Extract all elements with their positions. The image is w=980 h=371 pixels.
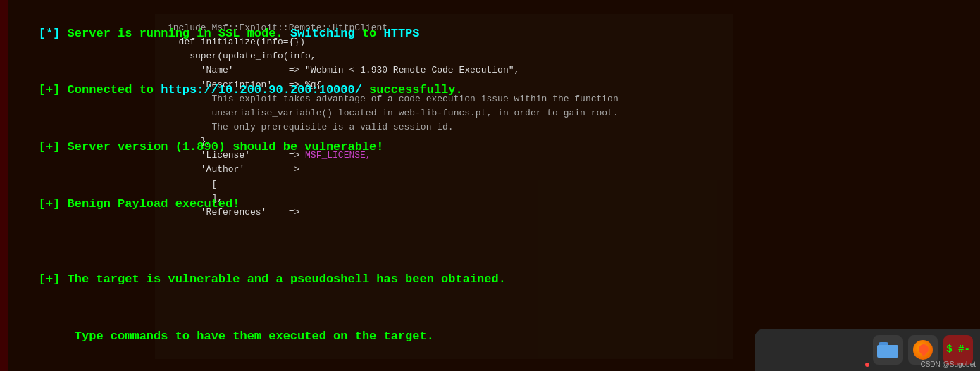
terminal-line-6: [+] The target is vulnerable and a pseud… (10, 251, 970, 308)
line1-switch: Switching (290, 27, 355, 40)
line6-text: The target is vulnerable and a pseudoshe… (60, 272, 506, 286)
notification-dot (865, 363, 869, 367)
csdn-watermark: CSDN @Sugobet (920, 360, 976, 368)
terminal-line-4: [+] Benign Payload executed! (10, 176, 970, 233)
terminal-line-3: [+] Server version (1.890) should be vul… (10, 119, 970, 176)
terminal-output: [*] Server is running in SSL mode. Switc… (0, 0, 980, 371)
prefix-plus-2: [+] (39, 83, 61, 96)
terminal-empty-1 (10, 232, 970, 251)
terminal-line-1: [*] Server is running in SSL mode. Switc… (10, 6, 970, 63)
terminal-line-2: [+] Connected to https://10.200.90.200:1… (10, 63, 970, 120)
left-strip (0, 0, 8, 371)
line2-url: https://10.200.90.200:10000/ (161, 83, 362, 96)
firefox-flame (917, 342, 931, 356)
firefox-icon (913, 340, 933, 360)
watermark-text: CSDN @Sugobet (920, 360, 976, 368)
line3-text: Server version (1.890) should be vulnera… (60, 140, 383, 153)
line2-text: Connected to (60, 83, 161, 96)
files-app-icon[interactable] (873, 335, 903, 365)
line1-text: Server is running in SSL mode. (60, 27, 290, 40)
prefix-plus-6: [+] (39, 272, 61, 286)
line4-text: Benign Payload executed! (60, 197, 240, 210)
folder-icon (877, 342, 898, 358)
prefix-plus-4: [+] (39, 197, 61, 210)
prefix-plus-3: [+] (39, 140, 61, 153)
prefix-star-1: [*] (39, 27, 61, 40)
line1-https: HTTPS (384, 27, 420, 40)
line1-text2: to (355, 27, 384, 40)
folder-body (877, 345, 898, 358)
line2-text2: successfully. (362, 83, 463, 96)
terminal-icon-text: $_#- (946, 344, 970, 355)
line7-text: Type commands to have them executed on t… (39, 329, 434, 343)
